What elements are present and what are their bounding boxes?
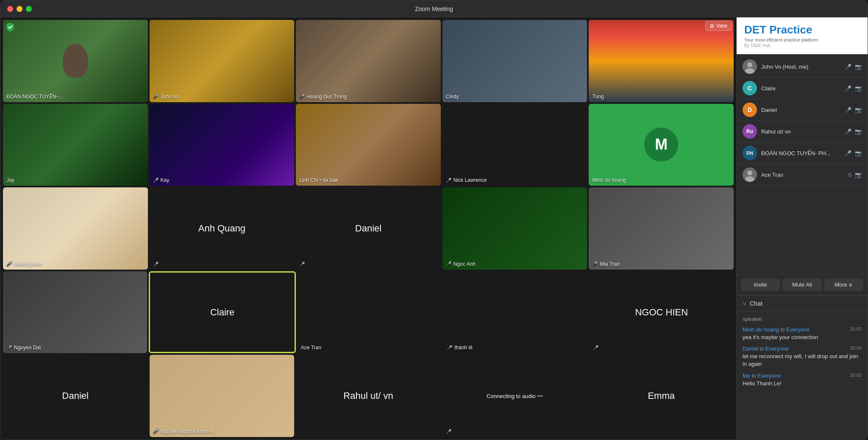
video-cell-daniel-row3: Daniel 🎤	[296, 187, 441, 270]
video-muted-icon-acetran: 📷	[855, 172, 862, 178]
participant-name-daniel-side: Daniel	[761, 107, 840, 113]
chat-text-1: yea it's maybe your connection	[743, 334, 862, 341]
window-title: Zoom Meeting	[415, 6, 453, 12]
chat-text-3: Hello Thanh Le!	[743, 380, 862, 387]
chat-to-1: to	[781, 327, 786, 333]
mute-icon-ngocanh: 🎤	[446, 261, 452, 267]
video-cell-jay: Jay	[3, 104, 148, 186]
chat-header: ∨ Chat	[737, 296, 868, 312]
participant-controls-daniel: 🎤 📷	[845, 107, 862, 113]
video-cell-tung: Tùng	[589, 20, 734, 102]
participant-name-claire-side: Claire	[761, 85, 840, 92]
chat-text-2: let me reconnect my wifi, I will drop ou…	[743, 353, 862, 368]
video-cell-nguyendat: 🎤 Nguyen Dat	[3, 271, 147, 354]
mute-icon-khanh: 🎤	[6, 261, 12, 267]
video-cell-khanh: 🎤 khanh.pham	[3, 187, 148, 270]
chat-sender-me: Me	[743, 373, 750, 379]
logo-subtitle: Your most efficient practice platform	[744, 37, 860, 42]
grid-icon: ⊞	[710, 23, 714, 29]
participant-name-cindy: Cindy	[446, 94, 459, 100]
name-label-daniel2: Daniel	[62, 390, 89, 401]
participant-name-tung: Tùng	[592, 94, 604, 100]
name-label-ngochien: NGOC HIEN	[635, 307, 688, 318]
participant-controls-johnvo: 🎤 📷	[845, 64, 862, 70]
svg-point-4	[747, 170, 752, 175]
video-cell-nick: 🎤 Nick Lawrence	[442, 104, 587, 186]
participant-name-mia: 🎤 Mia Tran	[592, 261, 620, 267]
participant-name-acetran: Ace Tran	[301, 345, 321, 351]
mute-icon-johnvo: 🎤	[153, 94, 159, 99]
logo-title: DET Practice	[744, 23, 860, 36]
chat-recipient-2: Everyone	[765, 345, 789, 352]
participant-name-minh: Minh do hoang	[592, 177, 626, 183]
chat-message-3: Me to Everyone 20:05 Hello Thanh Le!	[743, 373, 862, 387]
audio-icon-rahul: 🎤	[845, 128, 851, 135]
participant-avatar-doan: DN	[743, 146, 757, 160]
participant-avatar-johnvo	[743, 59, 757, 74]
chat-message-2: Daniel to Everyone 20:04 let me reconnec…	[743, 345, 862, 368]
grid-row-3: 🎤 khanh.pham Anh Quang 🎤 Daniel	[3, 187, 734, 270]
participant-name-johnvo: 🎤 John Vo	[153, 94, 179, 100]
video-cell-johnvo: 🎤 John Vo	[150, 20, 295, 102]
video-muted-icon-daniel: 📷	[855, 107, 862, 113]
close-button[interactable]	[7, 6, 13, 12]
video-cell-emma: Emma	[589, 355, 734, 437]
video-cell-minh: M Minh do hoang	[589, 104, 734, 186]
participant-name-ngocanh: 🎤 Ngoc Anh	[446, 261, 476, 267]
mute-icon-thanh: 🎤	[447, 345, 453, 351]
participant-controls-rahul: 🎤 📷	[845, 128, 862, 135]
chat-message-1: Minh do hoang to Everyone 20:03 yea it's…	[743, 326, 862, 341]
participant-name-ngochien: 🎤	[593, 345, 599, 351]
participant-controls-doan: 🎤 📷	[845, 150, 862, 156]
mute-all-button[interactable]: Mute All	[782, 278, 821, 291]
participant-controls-acetran: 0 📷	[849, 172, 862, 178]
logo-brand: By TADE Hub	[744, 43, 860, 48]
maximize-button[interactable]	[26, 6, 32, 12]
participant-avatar-rahul: Ru	[743, 124, 757, 139]
video-cell-connecting: Connecting to audio ••• 🎤	[442, 355, 587, 437]
chat-sender-minh: Minh do hoang	[743, 326, 779, 333]
mute-icon-anhquang: 🎤	[153, 262, 159, 267]
audio-icon-doan: 🎤	[845, 150, 851, 156]
view-button[interactable]: ⊞ View	[705, 21, 732, 31]
participant-name-linchi: Linh Chi • da bae	[299, 177, 338, 183]
svg-point-1	[747, 62, 752, 67]
video-cell-kay: 🎤 Kay	[150, 104, 295, 186]
mute-icon-nguyenkhanh: 🎤	[153, 429, 159, 434]
participant-name-daniel-r3: 🎤	[299, 262, 305, 267]
participant-name-thanh: 🎤 thành lê	[447, 345, 473, 351]
grid-row-4: 🎤 Nguyen Dat Claire Ace Tran 🎤	[3, 271, 734, 354]
video-cell-linchi: Linh Chi • da bae	[296, 104, 441, 186]
video-cell-ngocanh: 🎤 Ngoc Anh	[442, 187, 587, 270]
audio-icon-acetran: 0	[849, 172, 851, 178]
invite-button[interactable]: Invite	[741, 278, 780, 291]
participant-name-nguyenkhanh: 🎤 Nguyễn Ngọc Khánh H...	[153, 429, 217, 434]
more-button[interactable]: More ∨	[824, 278, 863, 291]
title-bar: Zoom Meeting	[0, 0, 868, 17]
mute-icon-connecting: 🎤	[446, 429, 452, 434]
video-cell-claire: Claire	[149, 271, 295, 354]
participant-name-anhquang: 🎤	[153, 262, 159, 267]
chat-chevron-icon: ∨	[743, 301, 746, 306]
participant-name-doan-side: ĐOÀN NGỌC TUYẾN- PH...	[761, 150, 840, 156]
participant-name-kay: 🎤 Kay	[153, 177, 170, 183]
participants-list: John Vo (Host, me) 🎤 📷 C Claire 🎤 📷	[737, 54, 868, 274]
participant-name-connecting: 🎤	[446, 429, 452, 434]
video-cell-hoang: 🎤 Hoang Duc Trung	[296, 20, 441, 102]
name-label-claire: Claire	[210, 307, 234, 318]
participant-name-acetran-side: Ace Tran	[761, 172, 844, 178]
audio-icon-daniel: 🎤	[845, 107, 851, 113]
minimize-button[interactable]	[17, 6, 22, 12]
mute-icon-nick: 🎤	[446, 178, 452, 183]
chat-message-prev: speaker.	[743, 316, 862, 322]
participant-name-doan: ĐOÀN NGỌC TUYẾN–...	[6, 94, 63, 100]
video-cell-ngochien: NGOC HIEN 🎤	[590, 271, 734, 354]
mute-icon-mia: 🎤	[592, 261, 598, 267]
participant-name-hoang: 🎤 Hoang Duc Trung	[299, 94, 347, 100]
participant-avatar-claire: C	[743, 81, 757, 95]
chat-time-3: 20:05	[850, 373, 862, 378]
video-cell-anhquang: Anh Quang 🎤	[150, 187, 295, 270]
video-cell-mia: 🎤 Mia Tran	[589, 187, 734, 270]
chat-to-2: to	[760, 346, 765, 352]
chat-recipient-1: Everyone	[786, 326, 810, 333]
